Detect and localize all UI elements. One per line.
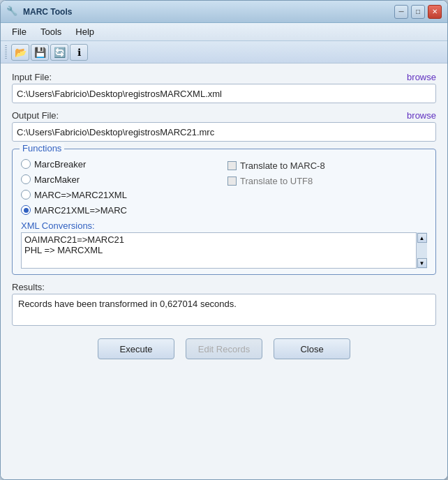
xml-scrollbar: ▲ ▼ bbox=[416, 232, 427, 269]
menu-help[interactable]: Help bbox=[68, 25, 101, 38]
checkbox-marc8-label: Translate to MARC-8 bbox=[240, 160, 325, 171]
close-window-button[interactable]: ✕ bbox=[428, 5, 442, 19]
checkbox-translate-marc8[interactable]: Translate to MARC-8 bbox=[227, 158, 427, 173]
menu-file[interactable]: File bbox=[5, 25, 33, 38]
main-window: 🔧 MARC Tools ─ □ ✕ File Tools Help 📂 💾 bbox=[0, 0, 448, 480]
scroll-up-arrow[interactable]: ▲ bbox=[417, 233, 427, 243]
output-browse-link[interactable]: browse bbox=[407, 110, 436, 121]
minimize-button[interactable]: ─ bbox=[394, 5, 408, 19]
refresh-icon: 🔄 bbox=[54, 47, 66, 58]
input-file-section: Input File: browse bbox=[12, 72, 436, 103]
save-button[interactable]: 💾 bbox=[31, 44, 49, 61]
save-icon: 💾 bbox=[34, 47, 46, 58]
checkbox-marc8-box[interactable] bbox=[227, 161, 237, 170]
input-file-field[interactable] bbox=[12, 84, 436, 103]
functions-group: Functions MarcBreaker MarcMaker MARC=>MA… bbox=[12, 149, 436, 275]
results-label: Results: bbox=[12, 282, 436, 292]
radio-marcbreaker[interactable]: MarcBreaker bbox=[21, 156, 221, 172]
checkbox-translate-utf8: Translate to UTF8 bbox=[227, 173, 427, 188]
radio-marcmaker-label: MarcMaker bbox=[34, 174, 80, 185]
radio-marc-to-marc21xml-btn[interactable] bbox=[21, 190, 31, 200]
radio-marc21xml-to-marc-label: MARC21XML=>MARC bbox=[34, 205, 127, 216]
refresh-button[interactable]: 🔄 bbox=[50, 44, 68, 61]
radio-marcmaker[interactable]: MarcMaker bbox=[21, 172, 221, 187]
checkbox-utf8-box bbox=[227, 177, 237, 186]
xml-conversions-section: XML Conversions: OAIMARC21=>MARC21 PHL =… bbox=[21, 220, 427, 269]
maximize-button[interactable]: □ bbox=[411, 5, 425, 19]
output-file-field[interactable] bbox=[12, 122, 436, 142]
title-bar: 🔧 MARC Tools ─ □ ✕ bbox=[1, 1, 447, 23]
toolbar: 📂 💾 🔄 ℹ bbox=[1, 41, 447, 63]
window-title: MARC Tools bbox=[23, 7, 72, 17]
functions-group-label: Functions bbox=[20, 143, 64, 153]
radio-marc-to-marc21xml[interactable]: MARC=>MARC21XML bbox=[21, 187, 221, 202]
button-row: Execute Edit Records Close bbox=[12, 333, 436, 363]
radio-marcmaker-btn[interactable] bbox=[21, 174, 31, 184]
app-icon: 🔧 bbox=[6, 6, 19, 18]
xml-conversions-listbox[interactable]: OAIMARC21=>MARC21 PHL => MARCXML bbox=[21, 232, 427, 269]
radio-marcbreaker-label: MarcBreaker bbox=[34, 159, 86, 170]
menu-tools[interactable]: Tools bbox=[33, 25, 68, 38]
radio-marc21xml-to-marc[interactable]: MARC21XML=>MARC bbox=[21, 202, 221, 218]
input-browse-link[interactable]: browse bbox=[407, 72, 436, 82]
radio-marcbreaker-btn[interactable] bbox=[21, 159, 31, 169]
close-button[interactable]: Close bbox=[274, 338, 350, 359]
input-file-label: Input File: bbox=[12, 72, 52, 82]
checkbox-utf8-label: Translate to UTF8 bbox=[240, 176, 313, 186]
xml-conversions-label: XML Conversions: bbox=[21, 220, 427, 231]
radio-marc21xml-to-marc-btn[interactable] bbox=[21, 205, 31, 215]
info-icon: ℹ bbox=[77, 47, 81, 58]
open-icon: 📂 bbox=[15, 47, 27, 58]
main-content: Input File: browse Output File: browse F… bbox=[1, 63, 447, 479]
xml-list-item-1[interactable]: OAIMARC21=>MARC21 bbox=[24, 234, 412, 245]
radio-marc-to-marc21xml-label: MARC=>MARC21XML bbox=[34, 190, 127, 200]
open-button[interactable]: 📂 bbox=[11, 44, 29, 61]
xml-list-item-2[interactable]: PHL => MARCXML bbox=[24, 245, 412, 255]
results-box: Records have been transformed in 0,62701… bbox=[12, 294, 436, 326]
output-file-section: Output File: browse bbox=[12, 110, 436, 142]
output-file-label: Output File: bbox=[12, 110, 59, 121]
info-button[interactable]: ℹ bbox=[70, 44, 88, 61]
results-section: Results: Records have been transformed i… bbox=[12, 282, 436, 326]
toolbar-separator bbox=[5, 45, 7, 59]
scroll-down-arrow[interactable]: ▼ bbox=[417, 258, 427, 268]
menu-bar: File Tools Help bbox=[1, 23, 447, 41]
edit-records-button[interactable]: Edit Records bbox=[186, 338, 262, 359]
execute-button[interactable]: Execute bbox=[98, 338, 174, 359]
